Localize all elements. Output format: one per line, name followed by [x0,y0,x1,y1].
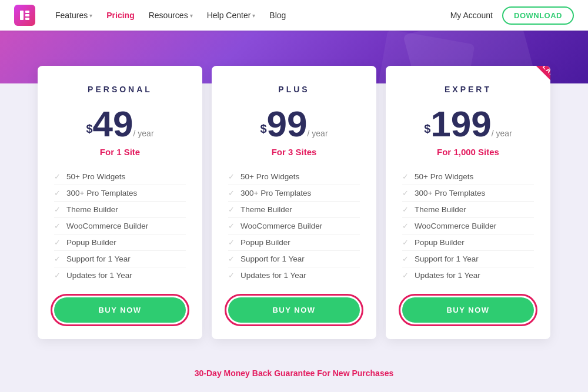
list-item: ✓50+ Pro Widgets [228,169,360,185]
my-account-link[interactable]: My Account [450,11,493,20]
list-item: ✓Updates for 1 Year [54,267,186,283]
logo[interactable] [14,5,35,26]
nav-links: Features ▾ Pricing Resources ▾ Help Cent… [49,7,450,24]
pricing-card-expert: POPULAR EXPERT $199/ year For 1,000 Site… [386,66,550,339]
check-icon: ✓ [402,172,409,181]
pricing-card-personal: PERSONAL $49/ year For 1 Site ✓50+ Pro W… [38,66,202,339]
nav-right: My Account DOWNLOAD [450,6,574,25]
list-item: ✓Support for 1 Year [228,251,360,267]
price-row-plus: $99/ year [228,106,360,142]
check-icon: ✓ [54,238,61,247]
buy-now-button-expert[interactable]: BUY NOW [402,297,534,323]
plan-name-expert: EXPERT [402,85,534,94]
guarantee-text: 30-Day Money Back Guarantee For New Purc… [24,364,564,378]
check-icon: ✓ [54,172,61,181]
price-main-plus: 99 [267,103,308,144]
plan-name-personal: PERSONAL [54,85,186,94]
plan-name-plus: PLUS [228,85,360,94]
chevron-down-icon: ▾ [252,12,255,19]
price-main-personal: 49 [93,103,133,144]
pricing-section: PERSONAL $49/ year For 1 Site ✓50+ Pro W… [0,83,588,392]
list-item: ✓Theme Builder [228,202,360,218]
list-item: ✓300+ Pro Templates [54,185,186,202]
check-icon: ✓ [402,222,409,230]
check-icon: ✓ [228,238,235,247]
svg-rect-2 [25,14,29,16]
list-item: ✓Support for 1 Year [402,251,534,267]
sites-label-expert: For 1,000 Sites [402,147,534,157]
nav-item-pricing[interactable]: Pricing [101,7,140,24]
list-item: ✓300+ Pro Templates [228,185,360,202]
check-icon: ✓ [402,254,409,263]
buy-now-button-personal[interactable]: BUY NOW [54,297,186,323]
features-list-expert: ✓50+ Pro Widgets ✓300+ Pro Templates ✓Th… [402,169,534,283]
list-item: ✓Support for 1 Year [54,251,186,267]
price-row-expert: $199/ year [402,106,534,142]
check-icon: ✓ [402,238,409,247]
price-row-personal: $49/ year [54,106,186,142]
cards-container: PERSONAL $49/ year For 1 Site ✓50+ Pro W… [24,66,564,339]
nav-item-resources[interactable]: Resources ▾ [143,7,199,24]
check-icon: ✓ [228,254,235,263]
nav-item-help-center[interactable]: Help Center ▾ [201,7,262,24]
list-item: ✓300+ Pro Templates [402,185,534,202]
check-icon: ✓ [228,271,235,280]
chevron-down-icon: ▾ [190,12,193,19]
check-icon: ✓ [402,205,409,214]
list-item: ✓Updates for 1 Year [402,267,534,283]
list-item: ✓Updates for 1 Year [228,267,360,283]
check-icon: ✓ [54,222,61,230]
price-per-expert: / year [492,129,512,138]
price-per-plus: / year [308,129,328,138]
navbar: Features ▾ Pricing Resources ▾ Help Cent… [0,0,588,31]
download-button[interactable]: DOWNLOAD [502,6,574,25]
svg-rect-3 [25,18,29,20]
check-icon: ✓ [402,271,409,280]
sites-label-personal: For 1 Site [54,147,186,157]
list-item: ✓Popup Builder [54,234,186,251]
nav-item-features[interactable]: Features ▾ [49,7,98,24]
list-item: ✓WooCommerce Builder [402,218,534,234]
check-icon: ✓ [228,205,235,214]
popular-badge: POPULAR [515,66,550,82]
list-item: ✓Popup Builder [228,234,360,251]
pricing-card-plus: PLUS $99/ year For 3 Sites ✓50+ Pro Widg… [212,66,376,339]
check-icon: ✓ [228,189,235,197]
check-icon: ✓ [228,172,235,181]
check-icon: ✓ [54,271,61,280]
check-icon: ✓ [402,189,409,197]
price-main-expert: 199 [430,103,491,144]
list-item: ✓Popup Builder [402,234,534,251]
svg-rect-1 [25,11,29,13]
list-item: ✓Theme Builder [402,202,534,218]
logo-icon [19,9,31,21]
price-sup-plus: $ [260,122,266,135]
check-icon: ✓ [228,222,235,230]
price-sup-expert: $ [424,122,430,135]
svg-rect-0 [20,11,24,20]
list-item: ✓WooCommerce Builder [228,218,360,234]
features-list-personal: ✓50+ Pro Widgets ✓300+ Pro Templates ✓Th… [54,169,186,283]
sites-label-plus: For 3 Sites [228,147,360,157]
chevron-down-icon: ▾ [89,12,92,19]
buy-now-button-plus[interactable]: BUY NOW [228,297,360,323]
check-icon: ✓ [54,189,61,197]
check-icon: ✓ [54,205,61,214]
nav-item-blog[interactable]: Blog [263,7,292,24]
price-per-personal: / year [133,129,154,138]
list-item: ✓WooCommerce Builder [54,218,186,234]
features-list-plus: ✓50+ Pro Widgets ✓300+ Pro Templates ✓Th… [228,169,360,283]
price-sup-personal: $ [86,122,92,135]
list-item: ✓Theme Builder [54,202,186,218]
list-item: ✓50+ Pro Widgets [54,169,186,185]
list-item: ✓50+ Pro Widgets [402,169,534,185]
check-icon: ✓ [54,254,61,263]
